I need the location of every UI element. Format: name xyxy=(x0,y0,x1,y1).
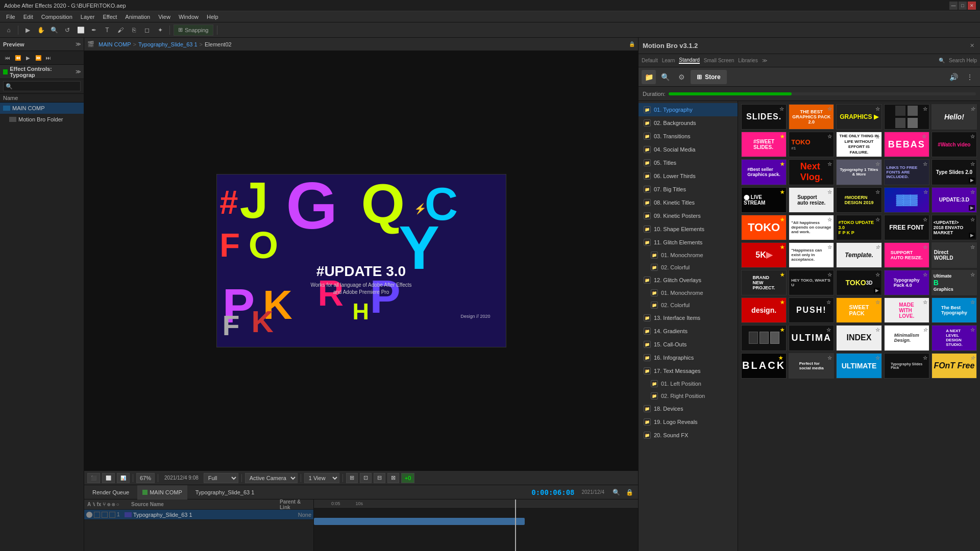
grid-item-36[interactable]: PUSH!☆ xyxy=(789,297,834,323)
grid-item-40[interactable]: ★ xyxy=(741,325,787,350)
grid-item-5[interactable]: #SWEETSLIDES.★ xyxy=(741,132,787,157)
maximize-btn[interactable]: □ xyxy=(959,2,967,10)
window-controls[interactable]: — □ ✕ xyxy=(949,2,976,10)
tool-brush[interactable]: 🖌 xyxy=(115,24,126,36)
grid-item-10[interactable]: #Best sellerGraphics pack.★ xyxy=(741,159,787,185)
tool-eraser[interactable]: ◻ xyxy=(141,24,153,36)
menu-file[interactable]: File xyxy=(2,11,19,22)
fav-font-free[interactable]: ☆ xyxy=(970,355,975,361)
mb-settings-btn[interactable]: ⚙ xyxy=(674,70,689,84)
grid-item-20[interactable]: TOKO★ xyxy=(741,215,787,240)
fav-28[interactable]: ☆ xyxy=(923,244,927,250)
fav-41[interactable]: ☆ xyxy=(826,327,832,333)
grid-item-23[interactable]: FREE FONT☆ xyxy=(884,215,929,240)
fav-12[interactable]: ☆ xyxy=(875,161,880,167)
mb-cat-titles[interactable]: 📁 05. Titles xyxy=(639,156,738,169)
fav-0[interactable]: ☆ xyxy=(779,106,785,112)
fav-29[interactable]: ☆ xyxy=(970,244,975,250)
grid-item-18[interactable]: ▓▓▓☆ xyxy=(884,187,929,213)
grid-item-24[interactable]: <UPDATE/>2018 ENVATO MARKET☆▶ xyxy=(932,215,977,240)
grid-item-25[interactable]: 5K▶★ xyxy=(741,242,787,268)
fav-1[interactable]: ☆ xyxy=(827,106,832,112)
minimize-btn[interactable]: — xyxy=(949,2,958,10)
mb-subcat-colorful1[interactable]: 📁 02. Colorful xyxy=(639,261,738,273)
menu-view[interactable]: View xyxy=(154,11,175,22)
prev-start-btn[interactable]: ⏮ xyxy=(3,53,12,62)
menu-effect[interactable]: Effect xyxy=(99,11,121,22)
fav-37[interactable]: ☆ xyxy=(875,299,880,305)
libraries-tab[interactable]: Libraries xyxy=(738,58,757,63)
tool-clone[interactable]: ⎘ xyxy=(128,24,139,36)
tool-text[interactable]: T xyxy=(102,24,113,36)
menu-window[interactable]: Window xyxy=(175,11,203,22)
mb-cat-infographics[interactable]: 📁 16. Infographics xyxy=(639,351,738,364)
comp-tab-2[interactable]: Typography_Slide_63 1 xyxy=(138,41,198,47)
tool-camera-rotate[interactable]: ↺ xyxy=(62,24,73,36)
grid-item-33[interactable]: TypographyPack 4.0☆ xyxy=(884,270,929,295)
fav-40[interactable]: ★ xyxy=(780,327,785,333)
fav-44[interactable]: ☆ xyxy=(970,327,975,333)
grid-item-46[interactable]: Perfect forsocial media☆ xyxy=(789,353,834,379)
grid-item-39[interactable]: The BestTypography☆ xyxy=(932,297,977,323)
grid-item-22[interactable]: #TOKO UPDATE 3.0F P K P☆ xyxy=(836,215,881,240)
mb-cat-glitch-ov[interactable]: 📁 12. Glitch Overlays xyxy=(639,273,738,287)
tool-arrow[interactable]: ▶ xyxy=(22,24,33,36)
timeline-tab-main[interactable]: MAIN COMP xyxy=(137,485,187,499)
grid-item-31[interactable]: HEY TOKO, WHAT'S U☆ xyxy=(789,270,834,295)
mb-folder-btn[interactable]: 📁 xyxy=(642,70,656,84)
grid-item-35[interactable]: design.★ xyxy=(741,297,787,323)
mb-cat-backgrounds[interactable]: 📁 02. Backgrounds xyxy=(639,116,738,130)
mb-cat-lower[interactable]: 📁 06. Lower Thirds xyxy=(639,169,738,183)
ec-expand[interactable]: ≫ xyxy=(76,69,81,74)
tl-search-btn[interactable]: 🔍 xyxy=(610,487,622,498)
mb-cat-logo[interactable]: 📁 19. Logo Reveals xyxy=(639,415,738,429)
tl-playhead[interactable] xyxy=(515,499,516,551)
tl-lock-btn[interactable]: 🔒 xyxy=(624,487,635,498)
fav-20[interactable]: ★ xyxy=(780,217,785,222)
fav-17[interactable]: ☆ xyxy=(875,189,880,195)
grid-item-11[interactable]: NextVlog.☆ xyxy=(789,159,834,185)
grid-item-34[interactable]: UltimateB Graphics☆ xyxy=(932,270,977,295)
fav-36[interactable]: ☆ xyxy=(826,299,832,305)
fav-47[interactable]: ☆ xyxy=(875,355,880,361)
vc-plus-btn[interactable]: +0 xyxy=(401,473,415,483)
prev-end-btn[interactable]: ⏭ xyxy=(44,53,53,62)
standard-tab[interactable]: Standard xyxy=(679,57,700,64)
menu-edit[interactable]: Edit xyxy=(19,11,37,22)
mb-subcat-mono2[interactable]: 📁 01. Monochrome xyxy=(639,287,738,299)
fav-22[interactable]: ☆ xyxy=(875,217,880,222)
search-help-label[interactable]: Search Help xyxy=(949,58,977,63)
mb-cat-social[interactable]: 📁 04. Social Media xyxy=(639,143,738,156)
tool-puppet[interactable]: ✦ xyxy=(155,24,166,36)
learn-tab[interactable]: Learn xyxy=(662,58,675,63)
mb-cat-glitch-el[interactable]: 📁 11. Glitch Elements xyxy=(639,236,738,249)
mb-audio-btn[interactable]: 🔊 xyxy=(946,70,961,84)
grid-item-17[interactable]: #MODERNDESIGN 2019☆ xyxy=(836,187,881,213)
mb-subcat-left[interactable]: 📁 01. Left Position xyxy=(639,378,738,390)
vc-region-btn[interactable]: ⊟ xyxy=(374,473,385,483)
mb-subcat-mono1[interactable]: 📁 01. Monochrome xyxy=(639,249,738,261)
mb-cat-transitions[interactable]: 📁 03. Transitions xyxy=(639,130,738,143)
search-input[interactable] xyxy=(3,81,81,91)
fav-9[interactable]: ☆ xyxy=(970,134,975,139)
grid-item-0[interactable]: SLIDES.☆ xyxy=(741,104,787,130)
fav-31[interactable]: ☆ xyxy=(827,272,832,278)
fav-18[interactable]: ☆ xyxy=(923,189,927,195)
vc-fps-btn[interactable]: 📊 xyxy=(117,473,130,483)
grid-item-42[interactable]: INDEX☆ xyxy=(836,325,881,350)
mb-cat-devices[interactable]: 📁 18. Devices xyxy=(639,402,738,415)
grid-item-13[interactable]: LINKS TO FREE FONTS ARE INCLUDED.☆ xyxy=(884,159,929,185)
tool-pen[interactable]: ✒ xyxy=(88,24,100,36)
tool-hand[interactable]: ✋ xyxy=(35,24,46,36)
grid-item-19[interactable]: UPDATE:3.D☆▶ xyxy=(932,187,977,213)
tl-layer-1[interactable]: 1 Typography_Slide_63 1 None xyxy=(84,510,313,520)
mb-cat-shape[interactable]: 📁 10. Shape Elements xyxy=(639,222,738,236)
mb-more-btn[interactable]: ⋮ xyxy=(963,70,977,84)
fav-2[interactable]: ☆ xyxy=(875,106,880,112)
grid-item-9[interactable]: #Watch video☆ xyxy=(932,132,977,157)
fav-45[interactable]: ★ xyxy=(778,355,785,361)
fav-25[interactable]: ★ xyxy=(780,244,785,250)
grid-item-4[interactable]: Hello!☆ xyxy=(932,104,977,130)
grid-item-29[interactable]: DirectWORLD☆ xyxy=(932,242,977,268)
close-btn[interactable]: ✕ xyxy=(968,2,976,10)
